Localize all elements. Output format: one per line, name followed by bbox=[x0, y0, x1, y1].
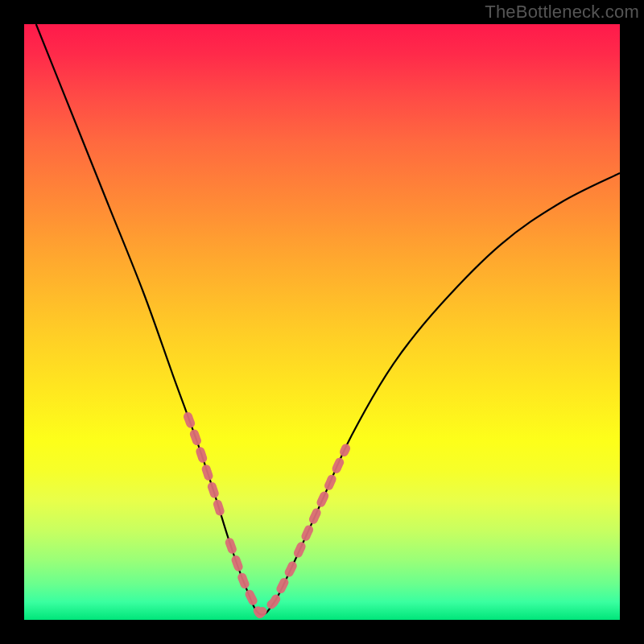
bottleneck-curve bbox=[36, 24, 620, 615]
marker-segment-1 bbox=[229, 543, 295, 614]
plot-area bbox=[24, 24, 620, 620]
marker-segment-2 bbox=[298, 448, 345, 553]
marker-segments bbox=[188, 417, 346, 614]
watermark-text: TheBottleneck.com bbox=[485, 2, 639, 23]
chart-frame: TheBottleneck.com bbox=[0, 0, 644, 644]
curve-layer bbox=[24, 24, 620, 620]
